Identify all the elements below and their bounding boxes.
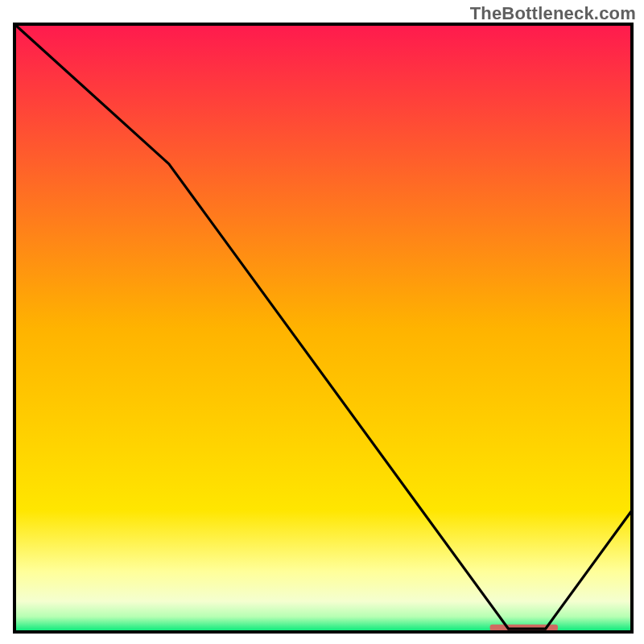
chart-background: [14, 24, 632, 632]
chart-container: TheBottleneck.com: [0, 0, 644, 644]
watermark-text: TheBottleneck.com: [470, 3, 636, 24]
bottleneck-chart: [0, 0, 644, 644]
